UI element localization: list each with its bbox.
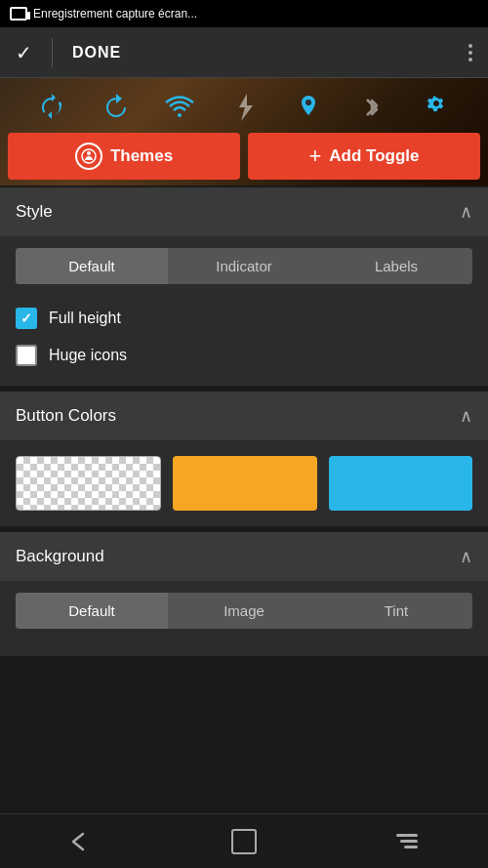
check-mark-icon: ✓ xyxy=(20,310,32,326)
huge-icons-label: Huge icons xyxy=(49,347,127,364)
action-bar-left: ✓ DONE xyxy=(16,38,121,67)
action-bar: ✓ DONE xyxy=(0,27,488,78)
home-icon xyxy=(231,829,257,854)
style-option-labels[interactable]: Labels xyxy=(320,248,472,284)
full-height-row: ✓ Full height xyxy=(16,300,472,337)
style-section-header[interactable]: Style ∧ xyxy=(0,187,488,236)
background-section-header[interactable]: Background ∧ xyxy=(0,532,488,581)
huge-icons-row: Huge icons xyxy=(16,337,472,374)
background-section-title: Background xyxy=(16,547,104,566)
button-colors-chevron-icon: ∧ xyxy=(460,405,472,427)
wifi-toggle-icon[interactable] xyxy=(162,90,197,125)
status-bar-text: Enregistrement capture écran... xyxy=(33,7,197,21)
style-option-indicator[interactable]: Indicator xyxy=(168,248,320,284)
nav-recent-button[interactable] xyxy=(378,822,436,861)
bg-option-default[interactable]: Default xyxy=(16,593,168,629)
check-icon[interactable]: ✓ xyxy=(16,41,32,64)
status-bar-left: Enregistrement capture écran... xyxy=(10,7,197,21)
add-toggle-label: Add Toggle xyxy=(329,146,419,166)
more-dot-2 xyxy=(468,51,472,55)
header-background: Themes + Add Toggle xyxy=(0,78,488,186)
style-section-title: Style xyxy=(16,202,53,222)
blue-color-swatch[interactable] xyxy=(329,456,472,511)
themes-button[interactable]: Themes xyxy=(8,133,240,180)
themes-label: Themes xyxy=(110,146,173,166)
location-toggle-icon[interactable] xyxy=(291,90,326,125)
style-option-default[interactable]: Default xyxy=(16,248,168,284)
button-colors-title: Button Colors xyxy=(16,406,116,426)
button-colors-header[interactable]: Button Colors ∧ xyxy=(0,392,488,440)
style-options-content: Default Indicator Labels ✓ Full height H… xyxy=(0,236,488,386)
background-chevron-icon: ∧ xyxy=(460,546,472,567)
bg-option-image[interactable]: Image xyxy=(168,593,320,629)
bottom-navigation xyxy=(0,813,488,868)
background-options-content: Default Image Tint xyxy=(0,581,488,656)
nav-home-button[interactable] xyxy=(215,822,273,861)
recent-icon xyxy=(396,834,418,848)
bluetooth-toggle-icon[interactable] xyxy=(354,90,389,125)
sync-toggle-icon[interactable] xyxy=(34,90,69,125)
svg-marker-1 xyxy=(239,94,253,121)
add-toggle-button[interactable]: + Add Toggle xyxy=(248,133,480,180)
toggle-icons-row xyxy=(0,78,488,133)
more-dot-3 xyxy=(468,58,472,62)
svg-point-2 xyxy=(305,100,311,105)
bg-option-tint[interactable]: Tint xyxy=(320,593,472,629)
action-buttons-row: Themes + Add Toggle xyxy=(0,133,488,180)
svg-point-4 xyxy=(87,151,91,155)
huge-icons-checkbox[interactable] xyxy=(16,345,37,366)
refresh-toggle-icon[interactable] xyxy=(99,90,134,125)
done-label[interactable]: DONE xyxy=(72,44,121,62)
more-options-button[interactable] xyxy=(468,44,472,62)
orange-color-swatch[interactable] xyxy=(173,456,316,511)
full-height-label: Full height xyxy=(49,310,121,327)
themes-icon xyxy=(75,143,102,170)
nav-back-button[interactable] xyxy=(52,822,110,861)
transparent-color-swatch[interactable] xyxy=(16,456,161,511)
color-swatches-row xyxy=(0,440,488,526)
background-section: Background ∧ Default Image Tint xyxy=(0,532,488,656)
style-segmented-control: Default Indicator Labels xyxy=(16,248,472,284)
bolt-toggle-icon[interactable] xyxy=(226,90,262,125)
action-separator xyxy=(52,38,53,67)
style-section: Style ∧ Default Indicator Labels ✓ Full … xyxy=(0,187,488,386)
plus-icon: + xyxy=(308,144,321,169)
full-height-checkbox[interactable]: ✓ xyxy=(16,308,37,329)
svg-point-0 xyxy=(178,113,182,117)
background-segmented-control: Default Image Tint xyxy=(16,593,472,629)
button-colors-section: Button Colors ∧ xyxy=(0,392,488,526)
status-bar: Enregistrement capture écran... xyxy=(0,0,488,27)
style-chevron-icon: ∧ xyxy=(460,201,472,223)
settings-toggle-icon[interactable] xyxy=(419,90,454,125)
screen-record-icon xyxy=(10,7,27,21)
more-dot-1 xyxy=(468,44,472,48)
